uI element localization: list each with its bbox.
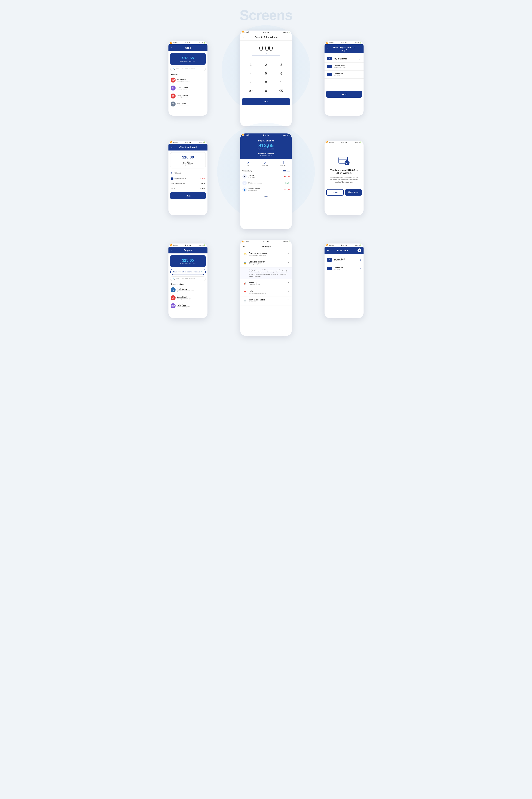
paypal-nav: ↗ Send ↙ Request ||| Settings (240, 159, 292, 168)
request-search-placeholder: Enter a name, email or mobile (176, 278, 195, 279)
bank-item-credit[interactable]: C Credit Card Visa ········· › (324, 264, 363, 273)
contact-info-aw: Alice Wilson alicew@dablist.name (177, 78, 190, 82)
contact-item[interactable]: AW Alice Wilson alicew@dablist.name › (169, 76, 208, 84)
screen-paypal-home: 📶 Sketch 9:41 AM $ 100% 🔋 PayPal Balance… (240, 133, 292, 229)
add-bank-icon[interactable]: + (358, 249, 361, 252)
see-all-link[interactable]: SEE ALL (283, 170, 290, 172)
nav-request-label: Request (263, 165, 268, 166)
pm-next-button[interactable]: Next (326, 91, 362, 97)
activity-item-1[interactable]: ✕ Just Eat PURCHASE -$37,50 (242, 173, 290, 180)
settings-item-terms[interactable]: 📄 Term and Condition Information ▼ (240, 297, 292, 305)
contact-item-sp[interactable]: SP Samuel Patel samueljp@quantba.gov › (169, 294, 208, 302)
avatar-pt: PT (171, 102, 175, 107)
settings-item-marketing[interactable]: 📣 Marketing Choose to receive ▼ (240, 279, 292, 288)
numpad-key-5[interactable]: 5 (259, 69, 273, 78)
contact-email: samueljp@quantba.gov (177, 298, 191, 299)
battery: $ 100% 🔋 (199, 244, 206, 246)
fee-name: Fees per transaction (171, 183, 185, 184)
signal: 📶 Sketch (326, 141, 334, 143)
activity-icon: ✕ (242, 174, 247, 179)
back-arrow-send[interactable]: ← (171, 46, 173, 49)
nav-send[interactable]: ↗ Send (247, 161, 250, 166)
numpad-key-4[interactable]: 4 (243, 69, 259, 78)
battery: $ 100% 🔋 (355, 244, 362, 246)
status-bar-pm: 📶 Sketch 9:41 AM $ 100% 🔋 (324, 41, 363, 44)
pm-item-london[interactable]: B London Bank Bank account ········· (324, 62, 363, 71)
row-2: 📶 Sketch 9:41 AM $ 100% 🔋 ← Check and se… (169, 133, 363, 229)
contact-info-cr: Christine Reid chreid@wikbox.mil (177, 94, 188, 98)
activity-amount: $23,90 (285, 182, 290, 184)
bank-icon-credit: C (327, 267, 332, 270)
settings-info-payment: Payment preferences How would you like t… (249, 252, 267, 256)
send-search-bar[interactable]: 🔍 Enter a name, email or mobile (170, 67, 206, 71)
send-contacts-list: AW Alice Wilson alicew@dablist.name › EH… (169, 76, 208, 108)
fee-item-paypal: P PayPal Balance -$10,00 (169, 176, 208, 181)
numpad-key-2[interactable]: 2 (259, 60, 273, 69)
ph-more-details[interactable]: MORE DETAILS (243, 155, 289, 156)
numpad-next-button[interactable]: Next (242, 98, 290, 105)
numpad-key-0[interactable]: 0 (259, 87, 273, 95)
numpad-key-8[interactable]: 8 (259, 78, 273, 87)
activity-item-3[interactable]: 👤 Kenneth Porter MONEY SENT -$23,90 (242, 186, 290, 193)
chevron-up-icon: ▲ (287, 261, 289, 264)
add-note[interactable]: ⊕ Add a note (169, 170, 208, 176)
bank-title: Bank Data (331, 249, 353, 252)
bank-header-bar: ← Bank Data + (324, 247, 363, 254)
request-title: Request (175, 249, 201, 252)
settings-item-help[interactable]: ❓ Help Look for frequent questions ▼ (240, 288, 292, 297)
numpad-screen-inner: 📶 Sketch 9:41 AM $ 100% 🔋 ← Send to Alic… (240, 31, 292, 108)
chevron-down-icon: ▼ (287, 290, 289, 293)
time: 9:41 AM (263, 241, 269, 242)
contact-item[interactable]: CR Christine Reid chreid@wikbox.mil › (169, 92, 208, 100)
bank-item-london[interactable]: B London Bank Bank account ········· › (324, 256, 363, 264)
pm-info-credit: Credit Card Visa ········· (334, 73, 343, 76)
contact-item[interactable]: PT Paul Tucker ptucker@rere.name › (169, 100, 208, 108)
send-more-button[interactable]: Send more (345, 189, 362, 196)
back-arrow-success[interactable]: ← (327, 145, 330, 148)
contact-item[interactable]: EH Ethan Holland holland@viva.net › (169, 84, 208, 92)
time: 9:41 AM (185, 141, 191, 143)
back-arrow-pm[interactable]: ← (327, 47, 329, 50)
contact-item-hw[interactable]: HW Helen Wade h.walen@dabitype.biz › (169, 302, 208, 310)
b-name: Credit Card (334, 267, 343, 269)
cs-next-button[interactable]: Next (170, 192, 206, 199)
share-link-button[interactable]: Share your link to receive payments 🔗 (170, 269, 206, 275)
request-section-heading: Recent contacts (169, 282, 208, 286)
numpad-key-1[interactable]: 1 (243, 60, 259, 69)
request-balance-amount: $13,65 (172, 258, 204, 263)
back-arrow-settings[interactable]: ← (243, 245, 246, 248)
fee-label: PayPal Balance (174, 178, 186, 179)
battery: $ 100% 🔋 (283, 241, 290, 242)
time: 9:41 AM (341, 141, 347, 143)
settings-item-payment[interactable]: 💳 Payment preferences How would you like… (240, 250, 292, 259)
numpad-title: Send to Alice Wilson (247, 36, 285, 38)
activity-item-2[interactable]: ↩ Zara PURCHASE · REFUND $23,90 (242, 180, 290, 186)
done-button[interactable]: Done (326, 189, 344, 196)
contact-info-sp: Samuel Patel samueljp@quantba.gov (177, 296, 191, 299)
time: 9:41 AM (341, 244, 347, 246)
act-name: Zara (248, 181, 262, 183)
back-arrow-request[interactable]: ← (171, 249, 173, 252)
numpad-key-00[interactable]: 00 (243, 87, 259, 95)
pm-item-paypal[interactable]: P PayPal Balance ✓ (324, 55, 363, 62)
numpad-currency: $ (252, 52, 280, 56)
nav-settings[interactable]: ||| Settings (280, 161, 285, 166)
back-arrow-numpad[interactable]: ← (243, 36, 246, 39)
back-arrow-bank[interactable]: ← (327, 249, 329, 252)
settings-item-login[interactable]: 🔒 Login and security Check your options … (240, 259, 292, 268)
contact-item-fg[interactable]: FG Frank Gomez fgomez@browserdrive.name … (169, 286, 208, 294)
settings-info-help: Help Look for frequent questions (249, 290, 266, 294)
contact-email: fgomez@browserdrive.name (177, 290, 194, 292)
numpad-key-7[interactable]: 7 (243, 78, 259, 87)
search-icon-send: 🔍 (173, 68, 175, 70)
numpad-key-3[interactable]: 3 (273, 60, 289, 69)
pm-item-credit[interactable]: C Credit Card Visa ········· (324, 71, 363, 79)
back-arrow-cs[interactable]: ← (171, 146, 173, 149)
nav-request[interactable]: ↙ Request (263, 161, 268, 166)
time: 9:41 AM (185, 42, 191, 44)
avatar-cr: CR (171, 93, 175, 98)
request-search-bar[interactable]: 🔍 Enter a name, email or mobile (170, 276, 206, 281)
numpad-key-9[interactable]: 9 (273, 78, 289, 87)
numpad-key-6[interactable]: 6 (273, 69, 289, 78)
numpad-key-delete[interactable]: ⌫ (273, 87, 289, 95)
